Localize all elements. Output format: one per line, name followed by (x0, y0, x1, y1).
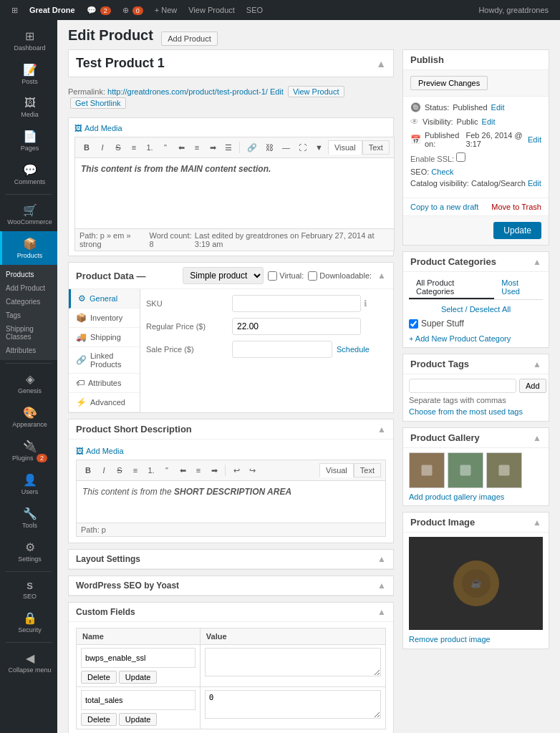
status-edit-link[interactable]: Edit (491, 103, 505, 112)
unlink-btn[interactable]: ⛓ (262, 141, 277, 154)
link-btn[interactable]: 🔗 (243, 141, 261, 155)
permalink-edit-link[interactable]: Edit (270, 87, 284, 96)
sd-blockquote-btn[interactable]: " (160, 464, 174, 477)
cf-update-btn-1[interactable]: Update (119, 671, 157, 684)
post-title-input[interactable] (76, 56, 376, 71)
product-image-header[interactable]: Product Image ▲ (403, 513, 549, 533)
gallery-thumb-1[interactable] (409, 452, 445, 488)
deselect-all-link[interactable]: Select / Deselect All (441, 305, 511, 314)
insert-more-btn[interactable]: — (279, 141, 294, 154)
view-product-adminbar[interactable]: View Product (183, 6, 241, 14)
sd-text-tab[interactable]: Text (354, 463, 381, 477)
cf-name-input-2[interactable] (81, 690, 195, 710)
sidebar-item-products[interactable]: 📦 Products (0, 231, 57, 265)
publish-header[interactable]: Publish (403, 50, 549, 70)
sidebar-item-genesis[interactable]: ◈ Genesis (0, 366, 57, 400)
sidebar-item-tools[interactable]: 🔧 Tools (0, 501, 57, 535)
move-to-trash-link[interactable]: Move to Trash (491, 203, 541, 211)
product-categories-header[interactable]: Product Categories ▲ (403, 252, 549, 272)
pd-tab-shipping[interactable]: 🚚 Shipping (69, 328, 140, 347)
blockquote-btn[interactable]: " (158, 141, 173, 154)
pd-tab-attributes[interactable]: 🏷 Attributes (69, 374, 140, 393)
submenu-shipping-classes[interactable]: Shipping Classes (0, 322, 57, 344)
preview-changes-button[interactable]: Preview Changes (410, 76, 488, 90)
italic-btn[interactable]: I (95, 141, 110, 154)
sidebar-item-woocommerce[interactable]: 🛒 WooCommerce (0, 198, 57, 231)
permalink-url[interactable]: http://greatdrones.com/product/test-prod… (107, 87, 268, 96)
most-used-tags-link[interactable]: Choose from the most used tags (409, 407, 523, 416)
submenu-add-product[interactable]: Add Product (0, 281, 57, 295)
sidebar-item-plugins[interactable]: 🔌 Plugins 2 (0, 434, 57, 467)
all-categories-tab[interactable]: All Product Categories (409, 276, 494, 299)
gallery-thumb-2[interactable] (448, 452, 483, 488)
category-checkbox-super-stuff[interactable] (409, 319, 418, 329)
strikethrough-btn[interactable]: S (111, 141, 125, 154)
gallery-thumb-3[interactable] (486, 452, 522, 488)
pd-tab-inventory[interactable]: 📦 Inventory (69, 309, 140, 328)
sale-price-input[interactable] (232, 341, 332, 358)
sd-ul-btn[interactable]: ≡ (128, 464, 143, 477)
product-data-header[interactable]: Product Data — Simple product Virtual: D… (69, 263, 393, 289)
submenu-tags[interactable]: Tags (0, 309, 57, 322)
submenu-categories[interactable]: Categories (0, 295, 57, 309)
copy-to-draft-link[interactable]: Copy to a new draft (410, 203, 478, 211)
sidebar-item-settings[interactable]: ⚙ Settings (0, 535, 57, 568)
updates-menu[interactable]: ⊕ 0 (117, 6, 149, 15)
product-type-select[interactable]: Simple product (183, 267, 264, 284)
sidebar-item-seo[interactable]: S SEO (0, 575, 57, 606)
sd-visual-tab[interactable]: Visual (319, 463, 354, 477)
submenu-products[interactable]: Products (0, 268, 57, 281)
ol-btn[interactable]: 1. (143, 141, 157, 154)
product-image-thumbnail[interactable]: ☕ (409, 537, 543, 630)
sd-redo-btn[interactable]: ↪ (245, 464, 259, 477)
custom-fields-header[interactable]: Custom Fields ▲ (69, 603, 393, 622)
cf-value-textarea-1[interactable] (205, 648, 381, 676)
product-gallery-header[interactable]: Product Gallery ▲ (403, 428, 549, 448)
sidebar-item-security[interactable]: 🔒 Security (0, 606, 57, 639)
product-tags-header[interactable]: Product Tags ▲ (403, 354, 549, 374)
downloadable-checkbox[interactable] (308, 271, 317, 281)
text-tab[interactable]: Text (362, 140, 390, 155)
title-minimize-icon[interactable]: ▲ (376, 58, 386, 69)
visual-tab[interactable]: Visual (328, 140, 362, 155)
cf-name-input-1[interactable] (81, 648, 195, 668)
sd-align-right-btn[interactable]: ➡ (207, 464, 221, 477)
sidebar-item-pages[interactable]: 📄 Pages (0, 124, 57, 157)
get-shortlink[interactable]: Get Shortlink (70, 97, 126, 109)
sidebar-item-media[interactable]: 🖼 Media (0, 91, 57, 124)
published-edit-link[interactable]: Edit (528, 135, 541, 144)
editor-content-area[interactable]: This content is from the MAIN content se… (74, 157, 395, 229)
layout-settings-header[interactable]: Layout Settings ▲ (69, 550, 393, 569)
cf-update-btn-2[interactable]: Update (119, 713, 157, 726)
sd-bold-btn[interactable]: B (81, 464, 95, 477)
sd-strikethrough-btn[interactable]: S (112, 464, 127, 477)
short-description-header[interactable]: Product Short Description ▲ (69, 419, 393, 440)
virtual-checkbox[interactable] (268, 271, 277, 281)
bold-btn[interactable]: B (79, 141, 94, 154)
short-desc-editor[interactable]: This content is from the SHORT DESCRIPTI… (76, 480, 386, 523)
add-gallery-images-link[interactable]: Add product gallery images (409, 492, 543, 501)
wp-logo[interactable]: ⊞ (6, 6, 24, 15)
update-button[interactable]: Update (493, 222, 541, 239)
sidebar-item-appearance[interactable]: 🎨 Appearance (0, 400, 57, 434)
toolbar-toggle-btn[interactable]: ▼ (312, 141, 327, 154)
add-tag-button[interactable]: Add (519, 379, 546, 393)
sd-italic-btn[interactable]: I (97, 464, 111, 477)
seo-check-link[interactable]: Check (431, 168, 453, 176)
pd-tab-general[interactable]: ⚙ General (69, 289, 140, 309)
catalog-edit-link[interactable]: Edit (528, 179, 541, 188)
remove-product-image-link[interactable]: Remove product image (409, 635, 491, 644)
sidebar-item-users[interactable]: 👤 Users (0, 467, 57, 501)
add-product-button[interactable]: Add Product (161, 31, 218, 46)
sd-ol-btn[interactable]: 1. (144, 464, 158, 477)
align-right-btn[interactable]: ➡ (206, 141, 220, 155)
ssl-checkbox[interactable] (456, 152, 465, 162)
comments-menu[interactable]: 💬 2 (81, 6, 117, 15)
new-content-menu[interactable]: + New (149, 6, 183, 14)
sidebar-item-dashboard[interactable]: ⊞ Dashboard (0, 24, 57, 57)
pd-tab-linked[interactable]: 🔗 Linked Products (69, 347, 140, 374)
fullscreen-btn[interactable]: ⛶ (295, 141, 310, 154)
most-used-categories-tab[interactable]: Most Used (494, 276, 543, 299)
align-center-btn[interactable]: ≡ (190, 141, 204, 154)
align-justify-btn[interactable]: ☰ (221, 141, 236, 155)
